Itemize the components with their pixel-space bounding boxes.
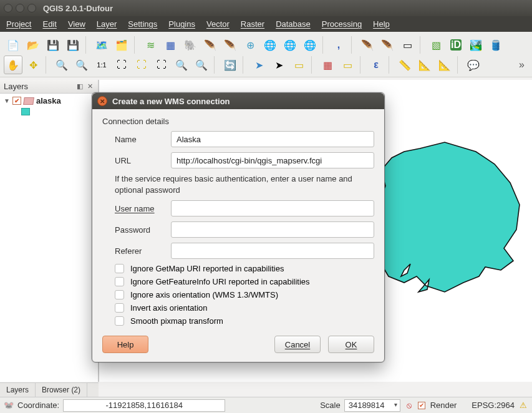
- add-delimited-text-button[interactable]: ,: [329, 36, 348, 54]
- new-spatialite-button[interactable]: 🪶: [378, 36, 397, 54]
- zoom-next-button[interactable]: 🔍: [192, 56, 211, 74]
- tab-browser[interactable]: Browser (2): [36, 383, 87, 397]
- add-raster-layer-button[interactable]: ▦: [161, 36, 180, 54]
- add-spatialite-layer-button[interactable]: 🪶: [201, 36, 220, 54]
- add-oracle-layer-button[interactable]: ⊕: [241, 36, 259, 54]
- zoom-last-button[interactable]: 🔍: [172, 56, 191, 74]
- new-print-composer-button[interactable]: 🗺️: [92, 36, 111, 54]
- menu-vector[interactable]: Vector: [206, 19, 230, 29]
- help-button[interactable]: Help: [102, 336, 148, 353]
- open-attribute-table-button[interactable]: ▦: [318, 56, 337, 74]
- coordinate-input[interactable]: -11921858,11616184: [63, 399, 225, 412]
- dialog-button-row: Help Cancel OK: [102, 336, 374, 353]
- toggle-extents-icon[interactable]: 🐭: [4, 401, 14, 411]
- feather-icon: 🪶: [203, 38, 217, 52]
- identify-features-button[interactable]: ➤: [249, 56, 268, 74]
- menu-database[interactable]: Database: [276, 19, 311, 29]
- stop-render-icon[interactable]: ⦸: [404, 401, 414, 411]
- row-name: Name: [115, 131, 374, 147]
- db-manager-button[interactable]: 🛢️: [486, 36, 505, 54]
- messages-icon[interactable]: ⚠: [518, 401, 528, 411]
- select-by-expression-button[interactable]: ▭: [338, 56, 357, 74]
- zoom-in-icon: 🔍: [55, 58, 69, 72]
- zoom-full-button[interactable]: ⛶: [112, 56, 131, 74]
- dialog-titlebar[interactable]: ✕ Create a new WMS connection: [92, 93, 384, 109]
- new-shapefile-button[interactable]: 🪶: [358, 36, 377, 54]
- minimize-window-icon[interactable]: [16, 4, 24, 12]
- invert-axis-checkbox[interactable]: [115, 303, 124, 313]
- ruler-area-icon: 📐: [418, 58, 432, 72]
- dialog-close-icon[interactable]: ✕: [97, 96, 107, 106]
- menu-edit[interactable]: Edit: [42, 19, 56, 29]
- menu-processing[interactable]: Processing: [322, 19, 362, 29]
- zoom-out-button[interactable]: 🔍: [72, 56, 91, 74]
- remove-layer-button[interactable]: ▭: [398, 36, 417, 54]
- deselect-button[interactable]: ▭: [289, 56, 308, 74]
- menu-plugins[interactable]: Plugins: [168, 19, 195, 29]
- menu-settings[interactable]: Settings: [128, 19, 157, 29]
- disclosure-triangle-icon[interactable]: ▼: [4, 97, 10, 104]
- ignore-axis-label: Ignore axis orientation (WMS 1.3/WMTS): [130, 290, 278, 299]
- username-input[interactable]: [171, 200, 374, 216]
- add-mssql-layer-button[interactable]: 🪶: [221, 36, 239, 54]
- measure-area-button[interactable]: 📐: [415, 56, 434, 74]
- crs-label[interactable]: EPSG:2964: [472, 401, 515, 410]
- menu-project[interactable]: Project: [6, 19, 31, 29]
- menu-view[interactable]: View: [68, 19, 85, 29]
- new-project-button[interactable]: 📄: [4, 36, 22, 54]
- layer-row-alaska[interactable]: ▼ ✔ alaska: [4, 96, 94, 105]
- scale-input[interactable]: 34189814: [344, 399, 400, 412]
- open-project-button[interactable]: 📂: [24, 36, 42, 54]
- ignore-getfeatureinfo-checkbox[interactable]: [115, 277, 124, 286]
- add-wms-layer-button[interactable]: 🌐: [261, 36, 279, 54]
- add-vector-layer-button[interactable]: ≋: [141, 36, 160, 54]
- zoom-native-button[interactable]: 1:1: [92, 56, 111, 74]
- layer-visibility-checkbox[interactable]: ✔: [12, 97, 21, 105]
- ok-button[interactable]: OK: [328, 336, 374, 353]
- add-wcs-layer-button[interactable]: 🌐: [281, 36, 299, 54]
- metasearch-button[interactable]: 🏞️: [467, 36, 485, 54]
- add-wfs-layer-button[interactable]: 🌐: [301, 36, 319, 54]
- menu-layer[interactable]: Layer: [97, 19, 117, 29]
- close-window-icon[interactable]: [4, 4, 12, 12]
- refresh-button[interactable]: 🔄: [221, 56, 239, 74]
- password-input[interactable]: [171, 221, 374, 238]
- zoom-layer-button[interactable]: ⛶: [152, 56, 171, 74]
- add-postgis-layer-button[interactable]: 🐘: [181, 36, 200, 54]
- zoom-selection-button[interactable]: ⛶: [132, 56, 151, 74]
- layer-tree[interactable]: ▼ ✔ alaska: [0, 94, 98, 382]
- ignore-getmap-checkbox[interactable]: [115, 264, 124, 273]
- menu-raster[interactable]: Raster: [241, 19, 264, 29]
- field-calculator-button[interactable]: ε: [367, 56, 385, 74]
- map-tips-button[interactable]: 💬: [464, 56, 483, 74]
- cancel-button[interactable]: Cancel: [274, 336, 321, 353]
- select-features-button[interactable]: ➤: [269, 56, 288, 74]
- panel-undock-icon[interactable]: ◧: [75, 82, 84, 91]
- panel-close-icon[interactable]: ✕: [85, 82, 94, 91]
- grass-tools-button[interactable]: ▧: [427, 36, 445, 54]
- layer-name-label: alaska: [36, 96, 61, 105]
- composer-manager-button[interactable]: 🗂️: [112, 36, 131, 54]
- pan-to-selection-button[interactable]: ✥: [24, 56, 42, 74]
- toolbar-overflow-icon[interactable]: »: [519, 59, 528, 70]
- feather-new-icon: 🪶: [360, 38, 374, 52]
- save-project-button[interactable]: 💾: [44, 36, 62, 54]
- menu-help[interactable]: Help: [373, 19, 390, 29]
- measure-line-button[interactable]: 📏: [395, 56, 414, 74]
- smooth-pixmap-checkbox[interactable]: [115, 316, 124, 326]
- save-as-project-button[interactable]: 💾: [64, 36, 82, 54]
- pan-map-button[interactable]: ✋: [4, 56, 22, 74]
- maximize-window-icon[interactable]: [27, 4, 36, 12]
- globe-icon: 🌐: [263, 38, 277, 52]
- referer-input[interactable]: [171, 243, 374, 259]
- zoom-in-button[interactable]: 🔍: [52, 56, 71, 74]
- identify-button[interactable]: iD: [447, 36, 465, 54]
- url-input[interactable]: [171, 152, 374, 168]
- ignore-axis-checkbox[interactable]: [115, 290, 124, 299]
- measure-angle-button[interactable]: 📐: [435, 56, 454, 74]
- polygon-layer-icon: [23, 97, 34, 105]
- tab-layers[interactable]: Layers: [0, 383, 36, 397]
- render-checkbox[interactable]: ✔: [418, 402, 425, 409]
- dock-tabs: Layers Browser (2): [0, 382, 99, 397]
- name-input[interactable]: [171, 131, 374, 147]
